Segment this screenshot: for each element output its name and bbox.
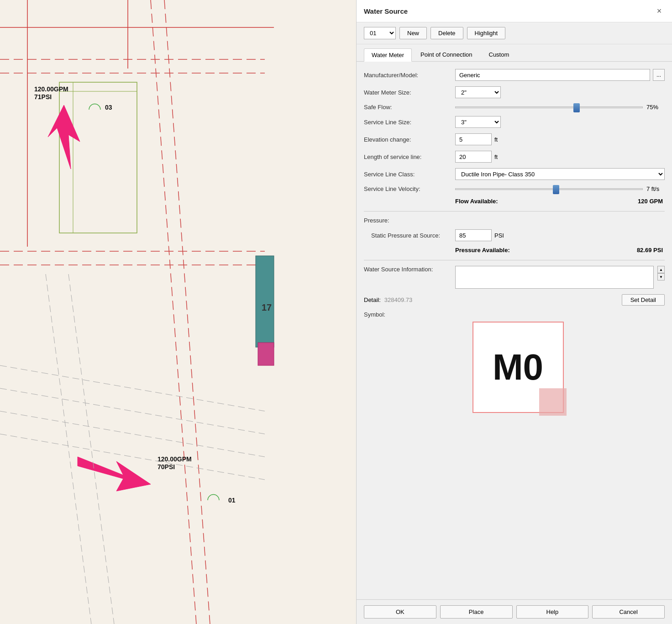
svg-rect-0 [0, 0, 356, 624]
new-button[interactable]: New [399, 27, 427, 39]
water-source-dialog: Water Source × 01 ▼ New Delete Highlight… [356, 0, 672, 624]
detail-label: Detail: [364, 296, 381, 303]
elevation-change-row: Elevation change: ft [364, 133, 665, 145]
svg-text:03: 03 [105, 104, 112, 111]
help-button[interactable]: Help [516, 605, 589, 619]
service-line-class-row: Service Line Class: Ductile Iron Pipe- C… [364, 168, 665, 180]
highlight-button[interactable]: Highlight [467, 27, 506, 39]
tab-point-of-connection[interactable]: Point of Connection [413, 48, 480, 61]
velocity-slider[interactable] [455, 188, 643, 190]
symbol-section: Symbol: M0 [364, 311, 665, 413]
static-pressure-input[interactable] [455, 229, 492, 241]
elevation-change-control: ft [455, 133, 665, 145]
service-line-class-select[interactable]: Ductile Iron Pipe- Class 350 PVC Class 2… [455, 168, 665, 180]
safe-flow-slider-container: 75% [455, 104, 665, 111]
close-button[interactable]: × [654, 5, 665, 16]
velocity-slider-container: 7 ft/s [455, 185, 665, 192]
manufacturer-input[interactable] [455, 69, 650, 81]
meter-size-select[interactable]: 2" 1" 1.5" 3" 4" [455, 86, 501, 98]
pressure-unit: PSI [494, 232, 504, 239]
service-line-size-row: Service Line Size: 3" 2" 4" [364, 116, 665, 128]
elevation-unit: ft [494, 136, 498, 143]
service-line-velocity-label: Service Line Velocity: [364, 185, 455, 192]
water-source-info-label: Water Source Information: [364, 266, 455, 273]
dialog-toolbar: 01 ▼ New Delete Highlight [357, 22, 672, 44]
tab-water-meter[interactable]: Water Meter [364, 48, 412, 62]
meter-size-row: Water Meter Size: 2" 1" 1.5" 3" 4" [364, 86, 665, 98]
svg-text:01: 01 [228, 497, 236, 504]
safe-flow-label: Safe Flow: [364, 104, 455, 111]
cancel-button[interactable]: Cancel [592, 605, 665, 619]
detail-value: 328409.73 [384, 296, 412, 303]
pressure-available-label: Pressure Available: [455, 247, 510, 254]
service-line-class-control: Ductile Iron Pipe- Class 350 PVC Class 2… [455, 168, 665, 180]
symbol-box: M0 [472, 322, 564, 413]
dialog-footer: OK Place Help Cancel [357, 599, 672, 624]
service-line-class-label: Service Line Class: [364, 171, 455, 178]
ok-button[interactable]: OK [364, 605, 436, 619]
pressure-available-row: Pressure Available: 82.69 PSI [364, 247, 665, 254]
water-source-info-textarea[interactable] [455, 266, 654, 289]
symbol-corner-decoration [539, 388, 567, 416]
service-line-length-row: Length of service line: ft [364, 151, 665, 163]
static-pressure-row: Static Pressure at Source: PSI [364, 229, 665, 241]
dialog-title-bar: Water Source × [357, 0, 672, 22]
scroll-up-button[interactable]: ▲ [657, 266, 665, 273]
water-source-info-control: ▲ ▼ [455, 266, 665, 289]
svg-rect-10 [256, 256, 274, 347]
manufacturer-control: ... [455, 69, 665, 81]
service-line-size-control: 3" 2" 4" [455, 116, 665, 128]
scroll-down-button[interactable]: ▼ [657, 273, 665, 280]
safe-flow-value: 75% [646, 104, 665, 111]
length-unit: ft [494, 153, 498, 160]
static-pressure-control: PSI [455, 229, 665, 241]
water-source-info-row: Water Source Information: ▲ ▼ [364, 266, 665, 289]
svg-rect-11 [258, 343, 274, 365]
elevation-change-input[interactable] [455, 133, 492, 145]
static-pressure-label: Static Pressure at Source: [364, 232, 455, 239]
place-button[interactable]: Place [440, 605, 513, 619]
scrollbar-buttons: ▲ ▼ [657, 266, 665, 280]
svg-text:71PSI: 71PSI [34, 93, 52, 100]
manufacturer-browse-button[interactable]: ... [653, 69, 665, 81]
pressure-section-row: Pressure: [364, 217, 665, 224]
manufacturer-label: Manufacturer/Model: [364, 72, 455, 79]
safe-flow-control: 75% [455, 104, 665, 111]
elevation-change-label: Elevation change: [364, 136, 455, 143]
meter-size-control: 2" 1" 1.5" 3" 4" [455, 86, 665, 98]
source-dropdown[interactable]: 01 [364, 27, 396, 39]
svg-text:120.00GPM: 120.00GPM [158, 455, 192, 463]
pressure-available-value: 82.69 PSI [637, 247, 665, 254]
meter-size-label: Water Meter Size: [364, 89, 455, 96]
symbol-display: M0 [364, 322, 665, 413]
svg-text:17: 17 [262, 302, 272, 312]
symbol-label: Symbol: [364, 311, 665, 318]
svg-text:70PSI: 70PSI [158, 463, 175, 471]
detail-row: Detail: 328409.73 Set Detail [364, 294, 665, 306]
manufacturer-row: Manufacturer/Model: ... [364, 69, 665, 81]
set-detail-button[interactable]: Set Detail [622, 294, 665, 306]
tab-custom[interactable]: Custom [481, 48, 517, 61]
service-line-length-label: Length of service line: [364, 153, 455, 160]
velocity-value: 7 ft/s [646, 185, 665, 192]
flow-available-row: Flow Available: 120 GPM [364, 198, 665, 205]
service-line-velocity-control: 7 ft/s [455, 185, 665, 192]
safe-flow-row: Safe Flow: 75% [364, 104, 665, 111]
delete-button[interactable]: Delete [430, 27, 463, 39]
service-line-length-input[interactable] [455, 151, 492, 163]
svg-text:120.00GPM: 120.00GPM [34, 85, 68, 93]
flow-available-value: 120 GPM [638, 198, 665, 205]
flow-available-label: Flow Available: [455, 198, 498, 205]
service-line-length-control: ft [455, 151, 665, 163]
service-line-velocity-row: Service Line Velocity: 7 ft/s [364, 185, 665, 192]
symbol-text: M0 [493, 349, 543, 386]
dialog-title: Water Source [364, 7, 408, 15]
safe-flow-slider[interactable] [455, 106, 643, 108]
tabs-container: Water Meter Point of Connection Custom [357, 44, 672, 62]
map-area: 17 120.00GPM 71PSI 03 120.00GPM 70PSI 01 [0, 0, 356, 624]
pressure-section-label: Pressure: [364, 217, 455, 224]
service-line-size-label: Service Line Size: [364, 119, 455, 126]
service-line-size-select[interactable]: 3" 2" 4" [455, 116, 501, 128]
dialog-content: Manufacturer/Model: ... Water Meter Size… [357, 62, 672, 599]
